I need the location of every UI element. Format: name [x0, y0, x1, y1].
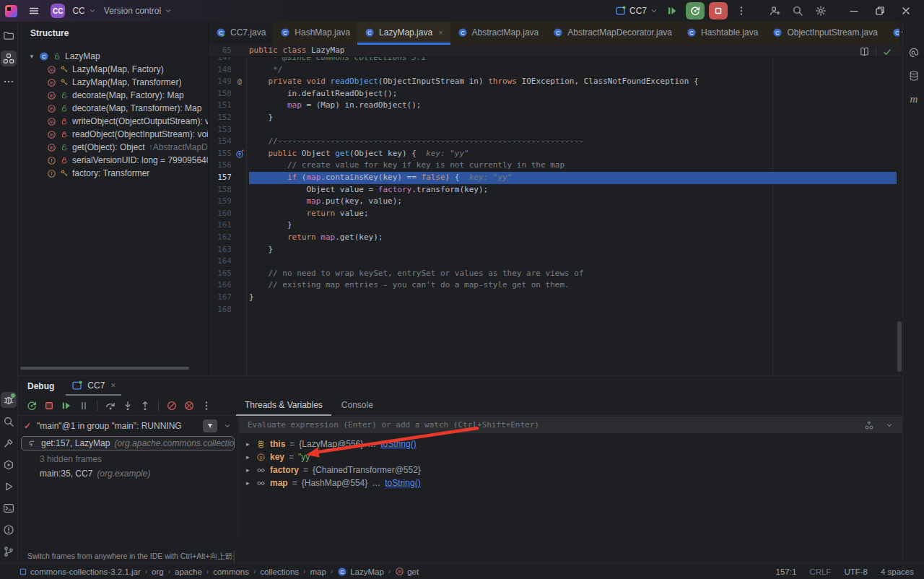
structure-item[interactable]: mLazyMap(Map, Factory)	[18, 63, 208, 76]
line-number[interactable]: 149	[209, 76, 232, 88]
expand-chevron-icon[interactable]: ▾	[28, 53, 35, 60]
search-everywhere-icon[interactable]	[788, 2, 807, 19]
code-line-151[interactable]: 151 map = (Map) in.readObject();	[209, 100, 902, 112]
structure-item[interactable]: mdecorate(Map, Transformer): Map	[18, 102, 208, 115]
tostring-link[interactable]: toString()	[380, 439, 416, 449]
line-number[interactable]: 156	[209, 160, 232, 172]
project-selector[interactable]: CC	[72, 6, 96, 16]
debug-session-tab[interactable]: CC7 ×	[66, 376, 121, 396]
line-number[interactable]: 154	[209, 136, 232, 148]
code-line-149[interactable]: 149@ private void readObject(ObjectInput…	[209, 76, 902, 88]
expand-chevron-icon[interactable]: ▸	[246, 440, 252, 448]
restore-button[interactable]	[869, 1, 891, 20]
editor-tab-hashmap-java[interactable]: CHashMap.java	[273, 22, 357, 45]
structure-item[interactable]: mget(Object): Object ↑AbstractMapDecorat…	[18, 141, 208, 154]
minimize-button[interactable]	[843, 1, 865, 20]
structure-item[interactable]: mreadObject(ObjectInputStream): void	[18, 128, 208, 141]
code-line-148[interactable]: 148 */	[209, 64, 902, 77]
rerun-debug-button[interactable]	[686, 2, 705, 19]
expand-chevron-icon[interactable]: ▸	[246, 453, 252, 461]
line-number[interactable]: 161	[209, 219, 232, 232]
rail-version-control[interactable]	[1, 544, 17, 560]
code-line-159[interactable]: 159 map.put(key, value);	[209, 196, 902, 208]
code-line-167[interactable]: 167}	[209, 292, 902, 304]
code-with-me-icon[interactable]	[765, 2, 784, 19]
reset-frame-button[interactable]	[164, 398, 180, 414]
status-157-1[interactable]: 157:1	[776, 567, 797, 576]
line-number[interactable]: 162	[209, 232, 232, 244]
stack-frame[interactable]: get:157, LazyMap (org.apache.commons.col…	[21, 436, 235, 450]
line-number[interactable]: 158	[209, 184, 232, 196]
status-crlf[interactable]: CRLF	[809, 567, 831, 576]
code-line-160[interactable]: 160 return value;	[209, 208, 902, 220]
code-line-158[interactable]: 158 Object value = factory.transform(key…	[209, 184, 902, 196]
settings-gear-icon[interactable]	[811, 2, 830, 19]
stop-button[interactable]	[709, 2, 728, 19]
evaluate-expression-input[interactable]: Evaluate expression (Enter) or add a wat…	[239, 417, 902, 433]
debug-resume-button[interactable]	[663, 2, 681, 19]
code-line-156[interactable]: 156 // create value for key if key is no…	[209, 160, 902, 172]
run-config-selector[interactable]: CC7	[615, 5, 658, 17]
line-number[interactable]: 65	[209, 45, 232, 57]
tab-console[interactable]: Console	[333, 396, 382, 416]
structure-item[interactable]: ffactory: Transformer	[18, 167, 208, 180]
close-button[interactable]	[895, 1, 917, 20]
breadcrumb-map[interactable]: map	[310, 567, 326, 576]
line-number[interactable]: 160	[209, 208, 232, 220]
step-out-button[interactable]	[137, 398, 153, 414]
rail-terminal[interactable]	[1, 500, 17, 516]
breadcrumb-lazymap[interactable]: CLazyMap	[337, 567, 384, 577]
line-number[interactable]: 168	[209, 304, 232, 316]
status-utf-8[interactable]: UTF-8	[844, 567, 868, 576]
code-line-65[interactable]: 65public class LazyMap	[209, 45, 902, 57]
structure-item[interactable]: mwriteObject(ObjectOutputStream): void	[18, 115, 208, 128]
close-session-icon[interactable]: ×	[110, 380, 116, 391]
code-line-166[interactable]: 166 // existing map entries - you can't …	[209, 279, 902, 292]
breadcrumb-apache[interactable]: apache	[175, 567, 202, 576]
editor-tab-objectinputstream-java[interactable]: CObjectInputStream.java	[765, 22, 884, 45]
stop-button[interactable]	[41, 398, 57, 414]
variable-row-key[interactable]: ▸pkey = "yy"	[239, 450, 902, 463]
line-number[interactable]: 151	[209, 100, 232, 112]
rail-find[interactable]	[1, 414, 17, 430]
breadcrumb-commons[interactable]: commons	[213, 567, 249, 576]
code-line-150[interactable]: 150 in.defaultReadObject();	[209, 88, 902, 100]
line-number[interactable]: 152	[209, 112, 232, 124]
status-4-spaces[interactable]: 4 spaces	[881, 567, 914, 576]
variable-row-map[interactable]: ▸map = {HashMap@554} … toString()	[239, 476, 902, 489]
breadcrumb-get[interactable]: mget	[395, 567, 419, 576]
line-number[interactable]: 155	[209, 148, 232, 160]
override-gutter-icon[interactable]	[235, 149, 245, 159]
expand-chevron-icon[interactable]: ▸	[246, 466, 252, 474]
code-line-154[interactable]: 154 //----------------------------------…	[209, 136, 902, 148]
stack-frame[interactable]: 3 hidden frames	[18, 452, 237, 466]
line-number[interactable]: 148	[209, 64, 232, 77]
rail-more-tool-windows[interactable]	[1, 74, 17, 90]
rail-problems[interactable]	[1, 522, 17, 538]
database-icon[interactable]	[906, 68, 922, 84]
inspections-ok-icon[interactable]	[882, 47, 892, 57]
editor-tab-cc7-java[interactable]: CCC7.java	[209, 22, 273, 45]
variable-row-factory[interactable]: ▸factory = {ChainedTransformer@552}	[239, 463, 902, 476]
hamburger-menu-icon[interactable]	[25, 2, 43, 19]
thread-selector[interactable]: ✓ "main"@1 in group "main": RUNNING	[18, 417, 237, 435]
chevron-down-icon[interactable]	[223, 422, 232, 430]
tab-threads-variables[interactable]: Threads & Variables	[236, 396, 331, 416]
code-line-161[interactable]: 161 }	[209, 219, 902, 232]
line-number[interactable]: 165	[209, 268, 232, 280]
code-line-164[interactable]: 164	[209, 256, 902, 268]
editor-tab-abstractmap-java[interactable]: CAbstractMap.java	[450, 22, 546, 45]
variable-row-this[interactable]: ▸this = {LazyMap@556} … toString()	[239, 437, 902, 450]
resume-button[interactable]	[58, 398, 74, 414]
breadcrumb-org[interactable]: org	[152, 567, 164, 576]
rail-services[interactable]	[1, 457, 17, 473]
vcs-widget[interactable]: Version control	[104, 6, 173, 16]
editor-tab-lazymap-java[interactable]: CLazyMap.java×	[357, 22, 450, 45]
pause-button[interactable]	[76, 398, 92, 414]
at-gutter-icon[interactable]: @	[235, 77, 245, 87]
line-number[interactable]: 164	[209, 256, 232, 268]
breadcrumb-collections[interactable]: collections	[260, 567, 299, 576]
editor-tab-integer-j[interactable]: CInteger.j	[885, 22, 899, 45]
ai-assistant-icon[interactable]	[906, 45, 922, 61]
step-into-button[interactable]	[120, 398, 136, 414]
